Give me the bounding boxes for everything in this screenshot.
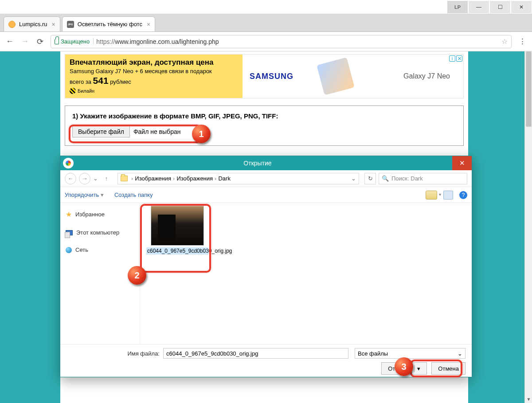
- dialog-titlebar: Открытие ✕: [60, 156, 472, 170]
- lp-badge: LP: [447, 1, 468, 13]
- dialog-nav-row: ← → ⌄ ↑ › Изображения › Изображения › Da…: [60, 170, 472, 187]
- nav-recent-dropdown[interactable]: ⌄: [93, 175, 98, 182]
- secure-label: Защищено: [61, 38, 90, 45]
- search-placeholder: Поиск: Dark: [391, 175, 423, 182]
- filetype-select[interactable]: Все файлы ⌄: [355, 348, 466, 359]
- filename-label: Имя файла:: [66, 350, 160, 357]
- file-item[interactable]: c6044_0_967е5_9сd0b030_orig.jpg: [146, 206, 208, 254]
- dialog-title: Открытие: [63, 160, 452, 167]
- dialog-close-button[interactable]: ✕: [452, 156, 472, 170]
- back-button[interactable]: ←: [5, 37, 14, 46]
- secure-badge: Защищено: [55, 38, 94, 45]
- tab-title: Осветлить тёмную фотс: [78, 21, 142, 27]
- choose-file-button[interactable]: Выберите файл: [72, 126, 130, 137]
- tab-close-icon[interactable]: ×: [147, 21, 150, 28]
- computer-icon: [66, 230, 73, 235]
- help-icon[interactable]: ?: [459, 191, 467, 199]
- address-bar[interactable]: Защищено https://www.imgonline.com.ua/li…: [51, 35, 512, 48]
- search-field[interactable]: 🔍 Поиск: Dark: [379, 173, 467, 184]
- preview-pane-button[interactable]: [443, 191, 453, 200]
- window-titlebar: LP — ☐ ✕: [0, 0, 532, 14]
- url-text: https://www.imgonline.com.ua/lightening.…: [96, 38, 219, 45]
- sidebar-this-pc[interactable]: Этот компьютер: [64, 227, 136, 239]
- ad-banner[interactable]: Впечатляющий экран, доступная цена Samsu…: [65, 54, 464, 98]
- tab-close-icon[interactable]: ×: [52, 21, 55, 28]
- browser-menu-button[interactable]: ⋮: [518, 37, 527, 46]
- phone-image: [317, 57, 355, 95]
- ad-model: Galaxy J7 Neo: [403, 72, 450, 80]
- window-minimize-button[interactable]: —: [469, 1, 489, 13]
- ad-left: Впечатляющий экран, доступная цена Samsu…: [65, 55, 243, 98]
- tab-title: Lumpics.ru: [19, 21, 47, 27]
- folder-icon: [121, 176, 128, 181]
- chevron-down-icon: ⌄: [458, 350, 462, 357]
- browser-tab-strip: Lumpics.ru × Осветлить тёмную фотс ×: [0, 14, 532, 32]
- ad-subtext: Samsung Galaxy J7 Neo + 6 месяцев связи …: [70, 68, 238, 74]
- callout-badge-1: 1: [192, 125, 211, 143]
- page-viewport: ▲ ▼ Впечатляющий экран, доступная цена S…: [0, 51, 532, 403]
- cancel-button[interactable]: Отмена: [431, 362, 466, 375]
- tab-lumpics[interactable]: Lumpics.ru ×: [4, 16, 60, 31]
- tab-imgonline[interactable]: Осветлить тёмную фотс ×: [62, 16, 155, 31]
- nav-up-button[interactable]: ↑: [101, 173, 112, 184]
- star-icon: ★: [66, 210, 72, 219]
- window-maximize-button[interactable]: ☐: [490, 1, 510, 13]
- nav-back-button[interactable]: ←: [65, 173, 76, 184]
- file-list-area[interactable]: c6044_0_967е5_9сd0b030_orig.jpg: [140, 203, 472, 344]
- network-icon: [66, 247, 72, 253]
- ad-info-icon[interactable]: i: [449, 55, 455, 62]
- callout-badge-3: 3: [395, 357, 413, 376]
- step-label: 1) Укажите изображение в формате BMP, GI…: [72, 112, 456, 120]
- scroll-thumb[interactable]: [526, 51, 532, 127]
- file-open-dialog: Открытие ✕ ← → ⌄ ↑ › Изображения › Изобр…: [60, 156, 472, 377]
- ad-close-icon[interactable]: ✕: [456, 55, 462, 62]
- adchoices[interactable]: i ✕: [449, 55, 462, 62]
- browser-toolbar: ← → ⟳ Защищено https://www.imgonline.com…: [0, 32, 532, 51]
- dialog-toolbar: Упорядочить Создать папку ?: [60, 187, 472, 203]
- callout-badge-2: 2: [128, 266, 146, 285]
- view-mode-button[interactable]: [426, 191, 437, 200]
- dialog-body: ★ Избранное Этот компьютер Сеть c6044_0_…: [60, 203, 472, 344]
- organize-menu[interactable]: Упорядочить: [65, 192, 104, 198]
- bookmark-star-icon[interactable]: ☆: [501, 37, 508, 46]
- crumb-item[interactable]: Dark: [218, 175, 230, 182]
- crumb-item[interactable]: Изображения: [176, 175, 213, 182]
- lock-icon: [55, 39, 59, 44]
- forward-button[interactable]: →: [20, 37, 29, 46]
- sidebar-network[interactable]: Сеть: [64, 244, 136, 256]
- file-status-text: Файл не выбран: [133, 128, 181, 135]
- favicon-jpg-icon: [67, 21, 74, 28]
- sidebar-favorites[interactable]: ★ Избранное: [64, 207, 136, 221]
- window-close-button[interactable]: ✕: [511, 1, 532, 13]
- file-name-label: c6044_0_967е5_9сd0b030_orig.jpg: [146, 247, 208, 254]
- scroll-down-icon[interactable]: ▼: [525, 395, 532, 403]
- ad-price: всего за 541 руб/мес: [70, 75, 238, 86]
- reload-button[interactable]: ⟳: [35, 37, 44, 46]
- vertical-scrollbar[interactable]: ▲ ▼: [524, 51, 532, 403]
- samsung-logo: SAMSUNG: [250, 72, 293, 81]
- beeline-logo-icon: [70, 88, 76, 94]
- breadcrumb[interactable]: › Изображения › Изображения › Dark ⌄: [117, 173, 359, 184]
- file-input-row: Выберите файл Файл не выбран: [72, 126, 456, 137]
- refresh-button[interactable]: ↻: [364, 173, 376, 184]
- crumb-dropdown-icon[interactable]: ⌄: [351, 175, 356, 182]
- new-folder-button[interactable]: Создать папку: [114, 192, 153, 198]
- ad-right: SAMSUNG Galaxy J7 Neo: [243, 55, 463, 98]
- file-thumbnail: [151, 206, 204, 246]
- favicon-lumpics-icon: [8, 21, 16, 28]
- open-dropdown-icon[interactable]: ▾: [414, 365, 420, 372]
- crumb-item[interactable]: Изображения: [135, 175, 171, 182]
- search-icon: 🔍: [382, 175, 389, 182]
- filename-input[interactable]: [163, 348, 348, 359]
- upload-form-section: 1) Укажите изображение в формате BMP, GI…: [65, 106, 464, 146]
- ad-headline: Впечатляющий экран, доступная цена: [70, 58, 238, 67]
- nav-forward-button[interactable]: →: [79, 173, 90, 184]
- ad-carrier: Билайн: [70, 88, 238, 94]
